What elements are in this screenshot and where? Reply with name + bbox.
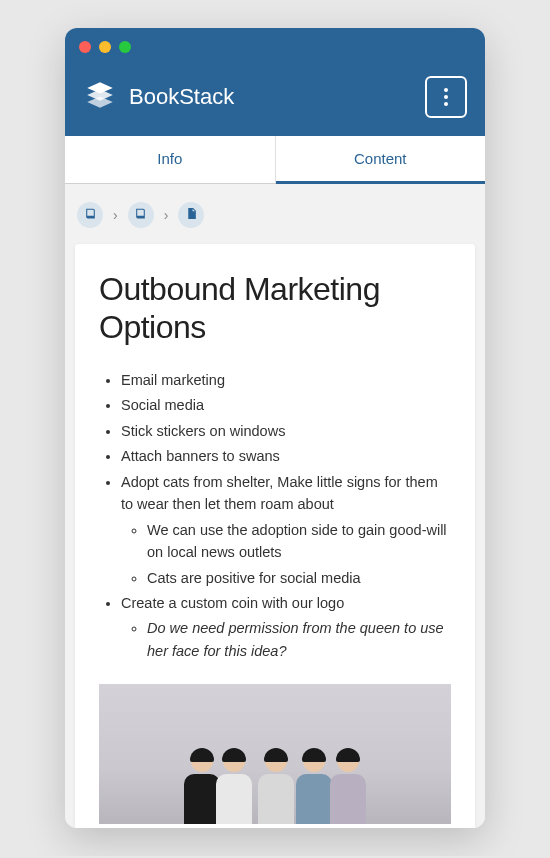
list-item: Create a custom coin with our logo Do we… (121, 592, 451, 662)
maximize-window-button[interactable] (119, 41, 131, 53)
chevron-right-icon: › (113, 207, 118, 223)
sub-list: Do we need permission from the queen to … (121, 617, 451, 662)
tab-bar: Info Content (65, 136, 485, 184)
breadcrumb-page[interactable] (178, 202, 204, 228)
chevron-right-icon: › (164, 207, 169, 223)
breadcrumb: › › (65, 184, 485, 238)
breadcrumb-chapter[interactable] (128, 202, 154, 228)
app-header: BookStack (65, 66, 485, 136)
sub-list: We can use the adoption side to gain goo… (121, 519, 451, 589)
brand[interactable]: BookStack (83, 78, 234, 116)
list-item: Cats are positive for social media (147, 567, 451, 589)
content-scroll[interactable]: › › Outbound Marketing Options Email mar… (65, 184, 485, 828)
list-item: Adopt cats from shelter, Make little sig… (121, 471, 451, 589)
close-window-button[interactable] (79, 41, 91, 53)
page-card: Outbound Marketing Options Email marketi… (75, 244, 475, 828)
list-item: Email marketing (121, 369, 451, 391)
list-item: We can use the adoption side to gain goo… (147, 519, 451, 564)
book-icon (134, 206, 147, 224)
overflow-menu-button[interactable] (425, 76, 467, 118)
list-item: Stick stickers on windows (121, 420, 451, 442)
bookstack-logo-icon (83, 78, 117, 116)
list-item-text: Adopt cats from shelter, Make little sig… (121, 474, 438, 512)
titlebar (65, 28, 485, 66)
list-item-text: Create a custom coin with our logo (121, 595, 344, 611)
content-image (99, 684, 451, 824)
content-list: Email marketing Social media Stick stick… (99, 369, 451, 663)
app-window: BookStack Info Content › › (65, 28, 485, 828)
tab-content[interactable]: Content (276, 136, 486, 184)
app-name: BookStack (129, 84, 234, 110)
page-title: Outbound Marketing Options (99, 270, 451, 347)
book-icon (84, 206, 97, 224)
dots-vertical-icon (444, 88, 448, 106)
list-item: Social media (121, 394, 451, 416)
list-item: Do we need permission from the queen to … (147, 617, 451, 662)
tab-info[interactable]: Info (65, 136, 276, 183)
breadcrumb-book[interactable] (77, 202, 103, 228)
list-item: Attach banners to swans (121, 445, 451, 467)
minimize-window-button[interactable] (99, 41, 111, 53)
page-icon (185, 206, 198, 224)
